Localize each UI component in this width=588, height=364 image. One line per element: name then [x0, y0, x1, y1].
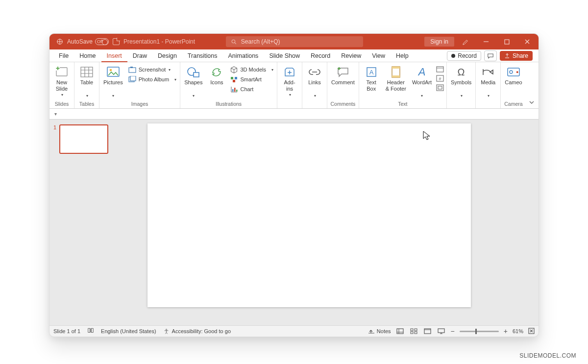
ribbon: New Slide▾ Slides Table▾ Tables Pictures… — [49, 62, 539, 109]
title-bar: AutoSave Off Presentation1 - PowerPoint … — [49, 34, 539, 49]
date-time-icon — [436, 66, 444, 73]
smartart-label: SmartArt — [240, 76, 261, 82]
tab-home[interactable]: Home — [74, 49, 101, 62]
screenshot-label: Screenshot — [139, 67, 166, 73]
group-media-label — [488, 101, 489, 108]
autosave-label: AutoSave — [67, 38, 93, 45]
tab-review[interactable]: Review — [336, 49, 367, 62]
tab-transitions[interactable]: Transitions — [182, 49, 223, 62]
svg-point-8 — [110, 69, 112, 72]
slide-number-button[interactable]: # — [436, 74, 444, 82]
thumbnail-pane[interactable]: 1 — [49, 120, 113, 325]
tab-animations[interactable]: Animations — [223, 49, 264, 62]
notes-button[interactable]: Notes — [368, 328, 391, 334]
slide-canvas[interactable] — [147, 123, 471, 307]
tab-view[interactable]: View — [367, 49, 391, 62]
svg-rect-3 — [505, 40, 509, 44]
collapse-ribbon-button[interactable] — [529, 99, 535, 106]
group-illustrations: Shapes▾ Icons 3D Models▾ SmartArt Chart … — [180, 62, 277, 108]
chevron-down-icon: ▾ — [271, 68, 273, 72]
record-button[interactable]: Record — [447, 51, 481, 61]
table-button[interactable]: Table▾ — [75, 64, 98, 98]
slide-counter[interactable]: Slide 1 of 1 — [53, 328, 80, 334]
chart-icon — [230, 86, 238, 93]
zoom-slider[interactable] — [460, 331, 499, 332]
search-icon — [231, 39, 237, 45]
smartart-button[interactable]: SmartArt — [228, 74, 276, 84]
group-symbols-label — [461, 101, 462, 108]
wordart-label: WordArt — [412, 79, 432, 86]
tab-design[interactable]: Design — [152, 49, 182, 62]
close-button[interactable] — [518, 34, 537, 49]
chart-button[interactable]: Chart — [228, 84, 276, 94]
qat-dropdown[interactable]: ▾ — [54, 111, 57, 117]
spellcheck-button[interactable] — [87, 327, 94, 335]
3d-models-button[interactable]: 3D Models▾ — [228, 65, 276, 74]
icons-button[interactable]: Icons — [205, 64, 228, 86]
textbox-button[interactable]: A Text Box — [360, 64, 383, 92]
wordart-button[interactable]: A WordArt▾ — [409, 64, 435, 98]
tab-record[interactable]: Record — [305, 49, 336, 62]
canvas-area[interactable] — [113, 120, 539, 325]
accessibility-button[interactable]: Accessibility: Good to go — [163, 328, 231, 335]
svg-rect-38 — [411, 329, 413, 331]
media-button[interactable]: Media▾ — [477, 64, 499, 98]
maximize-button[interactable] — [497, 34, 516, 49]
slide-thumbnail-1[interactable] — [59, 124, 108, 154]
fit-to-window-button[interactable] — [528, 328, 535, 335]
group-text-label: Text — [398, 101, 407, 108]
pictures-button[interactable]: Pictures▾ — [100, 64, 126, 98]
tab-slideshow[interactable]: Slide Show — [264, 49, 305, 62]
signin-button[interactable]: Sign in — [424, 37, 454, 47]
zoom-in-button[interactable]: + — [504, 327, 508, 335]
share-button[interactable]: Share — [500, 51, 533, 61]
chevron-down-icon: ▾ — [461, 94, 463, 98]
wordart-icon: A — [416, 66, 428, 78]
slideshow-icon — [438, 328, 445, 334]
save-icon[interactable] — [113, 38, 120, 45]
minimize-button[interactable] — [477, 34, 495, 49]
svg-rect-20 — [236, 90, 238, 92]
cameo-button[interactable]: ● Cameo — [502, 64, 525, 86]
chevron-down-icon: ▾ — [169, 68, 171, 72]
new-slide-icon — [55, 66, 69, 78]
tab-file[interactable]: File — [53, 49, 74, 62]
date-time-button[interactable] — [436, 65, 444, 73]
zoom-level[interactable]: 61% — [513, 328, 523, 334]
photo-album-button[interactable]: Photo Album▾ — [126, 74, 179, 84]
comment-button[interactable]: Comment — [328, 64, 358, 86]
photo-album-icon — [128, 76, 136, 83]
quick-access-row: ▾ — [49, 109, 539, 120]
zoom-out-button[interactable]: − — [451, 327, 455, 335]
sorter-view-button[interactable] — [410, 328, 418, 335]
comments-pane-button[interactable] — [484, 50, 497, 61]
pen-mode-button[interactable] — [456, 34, 475, 49]
object-button[interactable] — [436, 84, 444, 92]
screenshot-button[interactable]: Screenshot▾ — [126, 65, 179, 74]
new-slide-button[interactable]: New Slide▾ — [50, 64, 73, 97]
autosave-toggle[interactable]: AutoSave Off — [67, 38, 109, 45]
svg-text:●: ● — [516, 70, 518, 74]
group-slides: New Slide▾ Slides — [49, 62, 74, 108]
tab-help[interactable]: Help — [391, 49, 414, 62]
group-camera: ● Cameo Camera — [501, 62, 526, 108]
addins-button[interactable]: Add- ins▾ — [278, 64, 301, 97]
shapes-button[interactable]: Shapes▾ — [181, 64, 205, 98]
header-footer-button[interactable]: Header & Footer — [383, 64, 409, 92]
tab-insert[interactable]: Insert — [101, 49, 127, 62]
tab-draw[interactable]: Draw — [127, 49, 152, 62]
reading-view-button[interactable] — [423, 328, 432, 335]
svg-rect-37 — [397, 329, 403, 334]
links-button[interactable]: Links▾ — [303, 64, 326, 98]
language-button[interactable]: English (United States) — [101, 328, 156, 334]
normal-view-button[interactable] — [396, 328, 405, 335]
pictures-icon — [106, 66, 120, 78]
header-footer-label: Header & Footer — [386, 79, 406, 92]
slideshow-view-button[interactable] — [437, 328, 446, 335]
svg-rect-12 — [130, 76, 136, 81]
search-input[interactable]: Search (Alt+Q) — [226, 36, 363, 47]
3d-models-icon — [230, 66, 238, 73]
symbols-button[interactable]: Ω Symbols▾ — [448, 64, 474, 98]
chevron-down-icon — [529, 99, 535, 105]
media-icon — [482, 67, 494, 77]
